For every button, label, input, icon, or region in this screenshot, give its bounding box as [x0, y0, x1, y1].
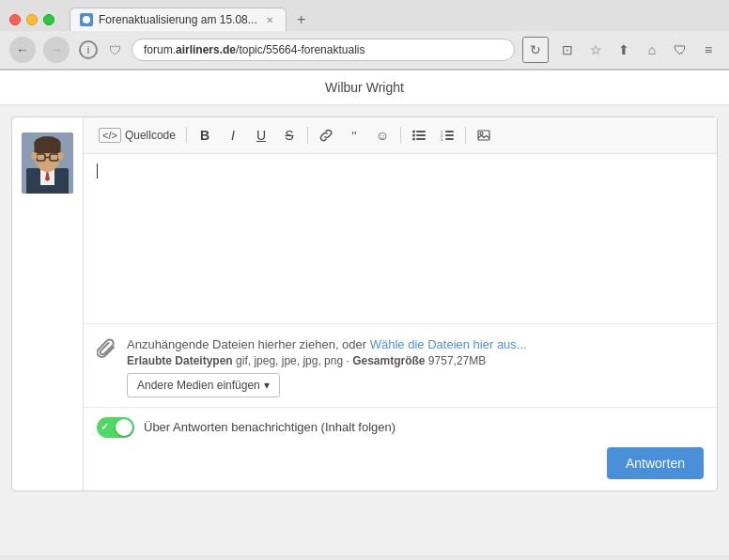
maximize-window-button[interactable]	[43, 14, 54, 25]
browser-chrome: Forenaktualisierung am 15.08... ✕ + ← → …	[0, 0, 729, 70]
reload-button[interactable]: ↻	[522, 37, 549, 63]
italic-button[interactable]: I	[220, 123, 246, 148]
editor-area[interactable]	[84, 154, 717, 323]
home-button[interactable]: ⌂	[641, 39, 663, 61]
strikethrough-button[interactable]: S	[276, 123, 302, 148]
tab-favicon-icon	[80, 13, 93, 26]
bold-button[interactable]: B	[192, 123, 218, 148]
notification-bar: ✓ Über Antworten benachrichtigen (Inhalt…	[84, 407, 717, 438]
topic-header: Wilbur Wright	[0, 70, 729, 105]
user-avatar-area	[12, 117, 83, 490]
notification-label: Über Antworten benachrichtigen (Inhalt f…	[144, 420, 396, 434]
total-size-label: Gesamtgröße	[352, 354, 425, 367]
title-bar: Forenaktualisierung am 15.08... ✕ +	[0, 0, 729, 31]
close-window-button[interactable]	[9, 14, 21, 25]
svg-point-17	[412, 138, 415, 141]
source-label: Quellcode	[125, 129, 176, 142]
shield-icon[interactable]: 🛡	[105, 40, 124, 59]
allowed-types-text: Erlaubte Dateitypen gif, jpeg, jpe, jpg,…	[127, 354, 527, 367]
attachment-info: Anzuhängende Dateien hierher ziehen, ode…	[127, 335, 527, 397]
forward-icon: →	[50, 42, 63, 57]
tab-title: Forenaktualisierung am 15.08...	[99, 13, 257, 26]
reader-mode-button[interactable]: ⊡	[556, 39, 579, 61]
code-icon: </>	[99, 128, 121, 143]
url-domain: airliners.de	[176, 43, 236, 56]
reply-container: </> Quellcode B I U S " ☺	[11, 117, 718, 491]
svg-point-11	[32, 152, 38, 160]
active-tab[interactable]: Forenaktualisierung am 15.08... ✕	[70, 8, 287, 31]
page-content: Wilbur Wright	[0, 70, 729, 555]
attachment-text-before: Anzuhängende Dateien hierher ziehen, ode…	[127, 337, 370, 351]
toggle-check-icon: ✓	[101, 421, 109, 433]
traffic-lights	[9, 14, 54, 25]
reload-icon: ↻	[530, 42, 541, 57]
minimize-window-button[interactable]	[26, 14, 38, 25]
url-text: forum.airliners.de/topic/55664-forenaktu…	[144, 43, 364, 56]
tab-bar: Forenaktualisierung am 15.08... ✕ +	[70, 8, 720, 31]
svg-point-0	[83, 16, 90, 23]
image-button[interactable]	[471, 123, 497, 148]
svg-rect-18	[416, 138, 426, 140]
ordered-list-button[interactable]: 1. 2. 3.	[434, 123, 460, 148]
tab-close-button[interactable]: ✕	[263, 13, 276, 26]
info-button[interactable]: i	[79, 40, 98, 59]
url-prefix: forum.	[144, 43, 176, 56]
url-path: /topic/55664-forenaktualis	[236, 43, 364, 56]
svg-rect-22	[445, 134, 454, 136]
underline-button[interactable]: U	[248, 123, 274, 148]
svg-rect-7	[35, 142, 61, 153]
editor-toolbar: </> Quellcode B I U S " ☺	[84, 117, 717, 154]
toolbar-divider-2	[307, 127, 308, 144]
svg-rect-20	[445, 131, 454, 132]
back-button[interactable]: ←	[9, 37, 36, 63]
author-name: Wilbur Wright	[19, 80, 710, 95]
insert-media-label: Andere Medien einfügen	[137, 379, 260, 392]
toolbar-divider-1	[186, 127, 187, 144]
paperclip-icon	[97, 337, 116, 363]
link-button[interactable]	[313, 123, 339, 148]
menu-button[interactable]: ≡	[697, 39, 720, 61]
svg-point-15	[412, 134, 415, 137]
svg-point-12	[58, 152, 64, 160]
editor-footer: Antworten	[84, 438, 717, 490]
submit-button[interactable]: Antworten	[607, 447, 704, 479]
bullet-list-button[interactable]	[406, 123, 432, 148]
share-button[interactable]: ⬆	[613, 39, 635, 61]
attachment-area: Anzuhängende Dateien hierher ziehen, ode…	[84, 323, 717, 407]
source-code-button[interactable]: </> Quellcode	[93, 126, 181, 145]
forward-button[interactable]: →	[43, 37, 70, 63]
reply-editor: </> Quellcode B I U S " ☺	[83, 117, 717, 490]
back-icon: ←	[16, 42, 29, 57]
svg-rect-14	[416, 131, 426, 132]
choose-files-link[interactable]: Wähle die Dateien hier aus...	[370, 337, 527, 351]
total-size-value: 9757,27MB	[428, 354, 486, 367]
allowed-types-value: gif, jpeg, jpe, jpg, png	[236, 354, 343, 367]
nav-bar: ← → i 🛡 forum.airliners.de/topic/55664-f…	[0, 31, 729, 70]
emoji-button[interactable]: ☺	[369, 123, 396, 148]
url-bar[interactable]: forum.airliners.de/topic/55664-forenaktu…	[132, 39, 515, 61]
svg-point-26	[480, 132, 483, 135]
blockquote-button[interactable]: "	[341, 123, 367, 148]
editor-cursor	[97, 163, 98, 179]
svg-rect-25	[478, 131, 489, 140]
toolbar-divider-4	[465, 127, 466, 144]
svg-text:3.: 3.	[441, 137, 443, 141]
avatar	[22, 132, 73, 194]
allowed-label: Erlaubte Dateitypen	[127, 354, 233, 367]
svg-rect-16	[416, 134, 426, 136]
toggle-container: ✓	[97, 417, 134, 438]
toolbar-divider-3	[400, 127, 401, 144]
dropdown-arrow-icon: ▾	[264, 379, 270, 392]
shield-privacy-button[interactable]: 🛡	[669, 39, 691, 61]
svg-point-13	[412, 131, 415, 133]
new-tab-button[interactable]: +	[290, 8, 313, 31]
attachment-text: Anzuhängende Dateien hierher ziehen, ode…	[127, 335, 527, 354]
nav-actions: ⊡ ☆ ⬆ ⌂ 🛡 ≡	[556, 39, 720, 61]
notification-toggle[interactable]: ✓	[97, 417, 134, 438]
svg-rect-24	[445, 138, 454, 140]
toggle-thumb	[116, 419, 132, 436]
bookmark-button[interactable]: ☆	[584, 39, 607, 61]
insert-media-button[interactable]: Andere Medien einfügen ▾	[127, 373, 280, 397]
